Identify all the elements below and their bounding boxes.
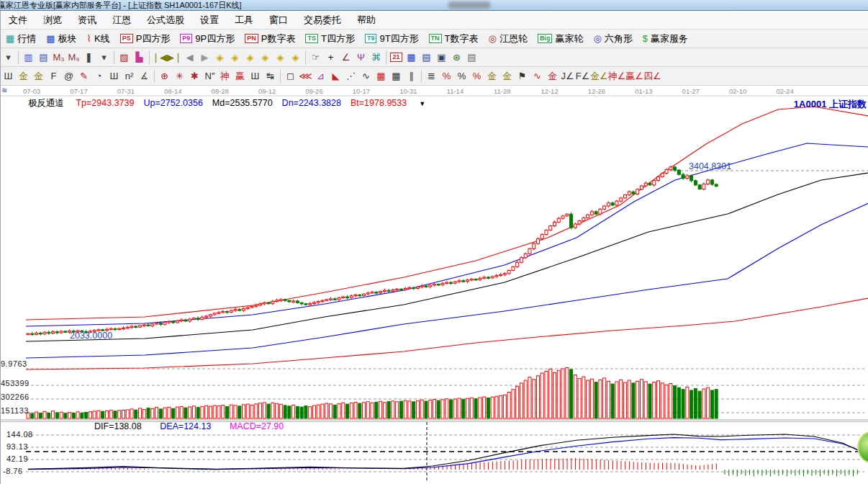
- price-mark-1: 2033.0000: [70, 331, 112, 341]
- volume-axis-label: 9.9763: [1, 359, 27, 368]
- x-tick-07-03: 07-03: [23, 87, 40, 95]
- panel-corner-icon: ≋: [1, 86, 7, 94]
- macd-axis-label: 93.13: [6, 442, 28, 451]
- symbol-label: 1A0001 上证指数: [794, 98, 867, 111]
- channel-value-0: Tp=2943.3739: [76, 98, 134, 108]
- volume-axis-label: 302266: [1, 393, 30, 401]
- indicator-info-line: 极反通道 Tp=2943.3739Up=2752.0356Md=2535.577…: [28, 97, 435, 109]
- x-tick-09-12: 09-12: [258, 87, 276, 95]
- indicator-name[interactable]: 极反通道: [28, 98, 64, 108]
- macd-axis-label: -8.76: [3, 467, 23, 475]
- price-mark-0: 3404.8301: [689, 161, 731, 171]
- x-tick-08-28: 08-28: [212, 87, 229, 95]
- x-tick-11-28: 11-28: [494, 87, 511, 95]
- x-tick-09-26: 09-26: [305, 87, 322, 95]
- application-window: { "window": { "title": "赢家江恩专业版[赢家内部服务平台…: [0, 0, 868, 484]
- channel-value-4: Bt=1978.9533: [351, 98, 407, 108]
- x-tick-02-10: 02-10: [729, 87, 746, 95]
- channel-value-1: Up=2752.0356: [143, 98, 202, 108]
- x-tick-02-24: 02-24: [776, 87, 793, 95]
- x-tick-12-12: 12-12: [541, 87, 558, 95]
- x-tick-07-31: 07-31: [117, 87, 135, 95]
- x-tick-07-17: 07-17: [70, 87, 87, 95]
- channel-value-3: Dn=2243.3828: [282, 98, 341, 108]
- macd-info-line: DIF=138.08 DEA=124.13 MACD=27.90: [94, 421, 299, 431]
- indicator-dropdown-icon[interactable]: ▼: [419, 100, 425, 107]
- x-tick-12-26: 12-26: [588, 87, 605, 95]
- x-tick-10-31: 10-31: [399, 87, 417, 95]
- macd-value: MACD=27.90: [230, 421, 284, 431]
- dif-value: DIF=138.08: [94, 421, 142, 431]
- x-tick-01-27: 01-27: [682, 87, 700, 95]
- volume-axis-label: 151133: [1, 406, 29, 415]
- macd-axis-label: 144.08: [6, 430, 33, 439]
- x-tick-08-14: 08-14: [164, 87, 181, 95]
- volume-axis-label: 453399: [1, 379, 30, 387]
- channel-value-2: Md=2535.5770: [212, 98, 273, 108]
- macd-axis-label: 42.19: [6, 454, 28, 463]
- x-tick-10-17: 10-17: [353, 87, 370, 95]
- x-tick-01-13: 01-13: [635, 87, 652, 95]
- dea-value: DEA=124.13: [160, 421, 211, 431]
- main-chart-canvas[interactable]: [1, 0, 868, 484]
- x-tick-11-14: 11-14: [447, 87, 464, 95]
